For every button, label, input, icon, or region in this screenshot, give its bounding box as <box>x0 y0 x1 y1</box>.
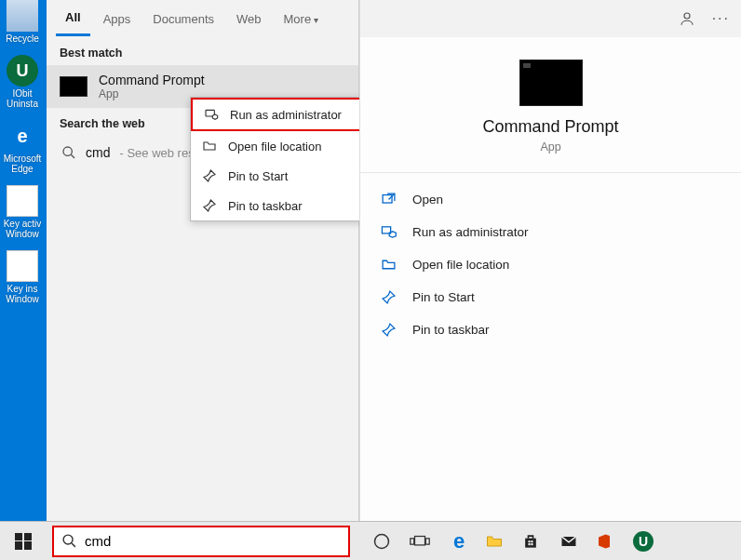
shield-icon <box>204 107 221 122</box>
taskview-icon[interactable] <box>410 532 434 551</box>
detail-title: Command Prompt <box>360 117 741 137</box>
action-pin-to-taskbar[interactable]: Pin to taskbar <box>377 316 724 343</box>
action-label: Open <box>412 193 443 207</box>
action-pin-to-start[interactable]: Pin to Start <box>377 284 724 311</box>
pin-icon <box>202 198 219 213</box>
search-icon <box>61 533 77 549</box>
search-input[interactable] <box>85 533 341 549</box>
command-prompt-icon <box>60 76 88 97</box>
iobit-icon: U <box>7 55 38 87</box>
user-icon[interactable] <box>679 10 695 27</box>
desktop-icon-iobit[interactable]: U IObit Uninsta <box>0 55 45 109</box>
svg-rect-15 <box>531 543 532 545</box>
iobit-icon[interactable]: U <box>633 531 653 552</box>
folder-icon <box>202 139 219 153</box>
action-label: Open file location <box>412 258 509 272</box>
store-icon[interactable] <box>521 532 546 551</box>
desktop-icons: Recycle U IObit Uninsta e Microsoft Edge… <box>0 0 47 304</box>
taskbar-search[interactable] <box>52 526 350 557</box>
taskbar-icons: e U <box>356 529 741 553</box>
ctx-item-label: Pin to taskbar <box>228 199 303 213</box>
action-open[interactable]: Open <box>377 186 724 213</box>
svg-rect-13 <box>531 540 532 542</box>
svg-point-3 <box>684 13 690 19</box>
edge-icon[interactable]: e <box>447 529 471 553</box>
command-prompt-icon <box>519 60 583 106</box>
svg-rect-12 <box>529 540 531 542</box>
ctx-pin-to-start[interactable]: Pin to Start <box>191 161 362 191</box>
search-tabs: All Apps Documents Web More <box>47 0 358 37</box>
ctx-item-label: Open file location <box>228 140 321 153</box>
start-button[interactable] <box>0 522 47 561</box>
svg-rect-11 <box>425 538 429 543</box>
section-best-match: Best match <box>47 37 358 65</box>
ctx-open-file-location[interactable]: Open file location <box>191 131 362 161</box>
open-icon <box>381 192 399 207</box>
tab-web[interactable]: Web <box>227 3 271 35</box>
windows-logo-icon <box>15 533 32 550</box>
pin-icon <box>381 322 399 338</box>
ctx-run-as-admin[interactable]: Run as administrator <box>191 98 362 131</box>
svg-line-7 <box>72 543 75 547</box>
desktop-icon-recycle[interactable]: Recycle <box>0 0 45 44</box>
desktop-icon-key-activ[interactable]: Key activ Window <box>0 185 45 239</box>
folder-icon <box>381 257 399 273</box>
svg-point-6 <box>63 535 73 544</box>
action-label: Pin to taskbar <box>412 323 490 337</box>
more-icon[interactable]: ··· <box>712 10 730 27</box>
pin-icon <box>202 168 219 183</box>
tab-documents[interactable]: Documents <box>143 3 223 35</box>
tab-apps[interactable]: Apps <box>94 3 141 35</box>
svg-line-1 <box>71 154 74 158</box>
svg-rect-9 <box>415 536 425 544</box>
desktop-icon-edge[interactable]: e Microsoft Edge <box>0 120 45 174</box>
desktop: Recycle U IObit Uninsta e Microsoft Edge… <box>0 0 741 560</box>
action-run-as-admin[interactable]: Run as administrator <box>377 219 724 246</box>
text-file-icon <box>7 250 38 282</box>
ctx-pin-to-taskbar[interactable]: Pin to taskbar <box>191 191 362 220</box>
svg-point-8 <box>375 534 389 548</box>
file-explorer-icon[interactable] <box>484 532 508 551</box>
recycle-bin-icon <box>7 0 38 32</box>
office-icon[interactable] <box>596 532 620 551</box>
action-label: Run as administrator <box>412 225 529 239</box>
web-query: cmd <box>86 145 110 160</box>
detail-header: ··· <box>360 0 741 37</box>
detail-actions: Open Run as administrator Open file loca… <box>360 173 741 356</box>
ctx-item-label: Pin to Start <box>228 169 288 183</box>
taskbar: e U <box>0 521 741 560</box>
edge-icon: e <box>7 120 38 152</box>
tab-more[interactable]: More <box>275 3 328 35</box>
ctx-item-label: Run as administrator <box>230 108 342 122</box>
pin-icon <box>381 289 399 305</box>
text-file-icon <box>7 185 38 217</box>
svg-rect-4 <box>383 195 392 204</box>
mail-icon[interactable] <box>559 532 583 551</box>
action-open-file-location[interactable]: Open file location <box>377 251 724 278</box>
search-panel: All Apps Documents Web More Best match C… <box>47 0 359 521</box>
desktop-icon-key-ins[interactable]: Key ins Window <box>0 250 45 304</box>
action-label: Pin to Start <box>412 290 475 304</box>
context-menu: Run as administrator Open file location … <box>190 97 363 221</box>
search-icon <box>61 145 76 160</box>
best-match-subtitle: App <box>99 87 205 100</box>
svg-rect-14 <box>529 543 531 545</box>
svg-rect-10 <box>411 538 414 543</box>
detail-subtitle: App <box>360 140 741 153</box>
detail-panel: ··· Command Prompt App Open Run as admin… <box>359 0 741 521</box>
tab-all[interactable]: All <box>56 1 90 36</box>
shield-icon <box>381 224 399 240</box>
svg-point-0 <box>63 147 72 155</box>
cortana-icon[interactable] <box>372 532 397 551</box>
best-match-title: Command Prompt <box>99 73 205 87</box>
